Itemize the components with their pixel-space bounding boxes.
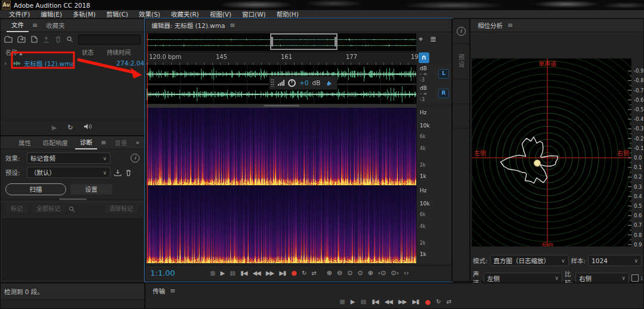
title-bar[interactable]: Au Adobe Audition CC 2018 [0, 0, 644, 10]
pin-icon[interactable] [326, 80, 333, 86]
selection-right-handle[interactable] [335, 37, 337, 46]
skip-to-start-button[interactable]: ▮◀ [240, 270, 247, 276]
channel-left-button[interactable]: L [438, 69, 449, 79]
spectrogram-canvas-top[interactable] [147, 108, 416, 185]
preview-play-button[interactable]: ▶ [52, 124, 57, 132]
delete-icon[interactable] [55, 36, 61, 43]
spectrogram-canvas-bottom[interactable] [147, 186, 416, 263]
zoom-out-point-button[interactable]: ⊙ [357, 269, 363, 277]
panel-menu-icon[interactable]: ≡ [228, 21, 236, 29]
clear-marks-button[interactable]: 清除标记 [104, 204, 138, 214]
search-marks-icon[interactable] [69, 206, 75, 213]
menu-item[interactable]: 编辑(E) [35, 10, 67, 18]
menu-item[interactable]: 窗口(W) [237, 10, 271, 18]
zoom-out-button[interactable]: ⊖ [337, 269, 342, 277]
panel-menu-icon[interactable]: ≡ [169, 287, 177, 295]
preview-loop-button[interactable]: ↻ [67, 124, 73, 132]
skip-playhead-button[interactable]: ⇄ [311, 270, 315, 276]
playhead[interactable] [147, 33, 148, 263]
marks-list[interactable] [2, 219, 143, 280]
skip-to-end-button[interactable]: ▶▮ [412, 298, 419, 306]
save-preset-icon[interactable] [114, 169, 122, 176]
stop-button[interactable]: ■ [210, 270, 215, 276]
editor-options-icon[interactable]: ≣ [430, 35, 436, 44]
dock-empty-cell[interactable] [453, 104, 469, 129]
volume-knob[interactable] [288, 79, 296, 87]
skip-to-end-button[interactable]: ▶▮ [279, 270, 286, 276]
tab-favorites[interactable]: 收藏夹 [41, 20, 70, 32]
mode-select[interactable]: 直方图（日志缩放）∨ [490, 255, 569, 266]
record-button[interactable]: ● [291, 269, 296, 277]
delete-preset-icon[interactable] [125, 169, 132, 176]
settings-button[interactable]: 设置 [70, 183, 113, 195]
menu-item[interactable]: 多轨(M) [67, 10, 101, 18]
new-file-icon[interactable] [30, 36, 38, 43]
record-button[interactable]: ● [425, 298, 431, 306]
tab-volume[interactable]: 音量 [110, 137, 132, 149]
panel-menu-icon[interactable]: ≡ [31, 21, 39, 29]
column-name[interactable]: 名称 ▲ [5, 48, 82, 57]
fast-forward-button[interactable]: ▶▶ [266, 270, 274, 276]
mark-button[interactable]: 标记 [5, 204, 28, 214]
selection-left-handle[interactable] [271, 37, 273, 46]
preview-autoplay-icon[interactable] [83, 123, 93, 132]
zoom-in-point-button[interactable]: ⊙ [347, 269, 352, 277]
play-button[interactable]: ▶ [351, 298, 355, 306]
menu-item[interactable]: 帮助(H) [271, 10, 304, 18]
volume-hud[interactable]: +0 dB [269, 76, 338, 90]
compare-select[interactable]: 右侧∨ [575, 273, 629, 284]
overview-selection[interactable] [270, 33, 338, 50]
skip-playhead-button[interactable]: ⇄ [447, 298, 451, 306]
timeline-ruler[interactable]: 120.0 bpm 145161177193 [147, 52, 416, 66]
tab-diagnostics[interactable]: 诊断 [75, 136, 97, 149]
time-display[interactable]: 1:1.00 [150, 269, 208, 277]
column-duration[interactable]: 持续时间 [107, 48, 131, 57]
zoom-full-button[interactable]: ‹› [404, 269, 409, 277]
dock-preset-label[interactable]: 预设 [457, 51, 466, 72]
skip-to-start-button[interactable]: ▮◀ [371, 298, 378, 306]
menu-item[interactable]: 剪辑(C) [101, 10, 134, 18]
info-icon[interactable]: i [131, 154, 140, 163]
hud-db-value[interactable]: +0 [299, 79, 308, 86]
pan-overview-icon[interactable]: ⌖ [419, 35, 423, 44]
pause-button[interactable]: ▮▮ [230, 270, 235, 276]
open-file-icon[interactable] [4, 36, 13, 43]
divider[interactable] [1, 199, 144, 202]
menu-item[interactable]: 收藏夹(R) [166, 10, 205, 18]
channel-right-button[interactable]: R [438, 89, 449, 98]
hud-grip-icon[interactable] [271, 79, 274, 87]
column-status[interactable]: 状态 [82, 48, 107, 57]
loop-playback-button[interactable]: ↻ [436, 298, 440, 306]
tab-files[interactable]: 文件 [7, 19, 29, 32]
file-name[interactable]: 无标题 (12).wma [24, 59, 94, 68]
tab-overflow-icon[interactable]: » [134, 139, 141, 146]
stop-button[interactable]: ■ [339, 298, 344, 306]
normalize-checkbox[interactable] [631, 274, 639, 282]
rewind-button[interactable]: ◀◀ [385, 298, 392, 306]
play-button[interactable]: ▶ [220, 270, 224, 276]
zoom-sel-right-button[interactable]: ⊙› [391, 269, 399, 277]
panel-menu-icon[interactable]: ≡ [100, 139, 107, 146]
expand-chevron-icon[interactable]: › [4, 60, 13, 67]
dock-preset-cell[interactable]: 预设 [453, 43, 469, 80]
effect-select[interactable]: 标记音频∨ [27, 152, 110, 164]
snap-toggle[interactable]: ∩ [419, 52, 429, 63]
loop-playback-button[interactable]: ↻ [302, 270, 306, 276]
tab-properties[interactable]: 属性 [14, 137, 36, 149]
panel-menu-icon[interactable]: ≡ [506, 21, 514, 29]
zoom-selection-button[interactable]: ⊕ [368, 269, 373, 277]
tab-match-loudness[interactable]: 匹配响度 [38, 137, 73, 149]
samples-select[interactable]: 1024∨ [588, 255, 642, 266]
import-files-icon[interactable] [17, 36, 26, 43]
files-column-headers[interactable]: 名称 ▲ 状态 持续时间 [1, 46, 144, 58]
info-icon[interactable]: i [457, 27, 466, 36]
mark-all-button[interactable]: 全部标记 [31, 204, 66, 214]
rewind-button[interactable]: ◀◀ [252, 270, 260, 276]
dock-empty-cell[interactable] [453, 80, 469, 104]
pause-button[interactable]: ▮▮ [360, 298, 366, 306]
file-row[interactable]: › 无标题 (12).wma 274:2.04 [1, 58, 144, 68]
scan-button[interactable]: 扫描 [5, 183, 66, 195]
insert-multitrack-icon[interactable] [42, 36, 50, 43]
menu-item[interactable]: 视图(V) [205, 10, 237, 18]
search-input[interactable] [78, 35, 141, 45]
